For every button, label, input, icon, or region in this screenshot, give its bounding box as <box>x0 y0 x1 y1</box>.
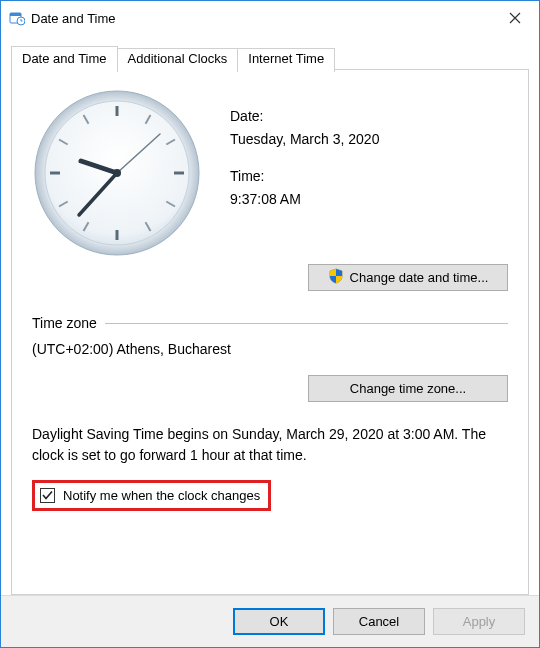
change-date-time-button[interactable]: Change date and time... <box>308 264 508 291</box>
date-label: Date: <box>230 106 508 127</box>
date-value: Tuesday, March 3, 2020 <box>230 129 508 150</box>
date-time-window: Date and Time Date and Time Additional C… <box>0 0 540 648</box>
svg-point-20 <box>113 169 121 177</box>
dst-info-text: Daylight Saving Time begins on Sunday, M… <box>32 424 508 466</box>
svg-rect-1 <box>10 13 21 16</box>
notify-checkbox[interactable] <box>40 488 55 503</box>
tab-internet-time[interactable]: Internet Time <box>237 48 335 72</box>
button-label: OK <box>270 614 289 629</box>
tab-label: Additional Clocks <box>128 51 228 66</box>
notify-clock-change-row[interactable]: Notify me when the clock changes <box>32 480 271 511</box>
datetime-app-icon <box>9 10 25 26</box>
timezone-value: (UTC+02:00) Athens, Bucharest <box>32 341 508 357</box>
analog-clock <box>32 88 202 258</box>
button-label: Change time zone... <box>350 381 466 396</box>
tab-date-and-time[interactable]: Date and Time <box>11 46 118 70</box>
time-value: 9:37:08 AM <box>230 189 508 210</box>
tab-additional-clocks[interactable]: Additional Clocks <box>117 48 239 72</box>
apply-button[interactable]: Apply <box>433 608 525 635</box>
tab-label: Date and Time <box>22 51 107 66</box>
timezone-section-label: Time zone <box>32 315 97 331</box>
client-area: Date and Time Additional Clocks Internet… <box>1 35 539 647</box>
window-title: Date and Time <box>31 11 116 26</box>
divider <box>105 323 508 324</box>
datetime-info: Date: Tuesday, March 3, 2020 Time: 9:37:… <box>230 88 508 258</box>
timezone-section-header: Time zone <box>32 315 508 331</box>
button-label: Apply <box>463 614 496 629</box>
change-timezone-button[interactable]: Change time zone... <box>308 375 508 402</box>
cancel-button[interactable]: Cancel <box>333 608 425 635</box>
tab-strip: Date and Time Additional Clocks Internet… <box>11 46 529 70</box>
button-label: Change date and time... <box>350 270 489 285</box>
button-label: Cancel <box>359 614 399 629</box>
dialog-button-bar: OK Cancel Apply <box>1 595 539 647</box>
tab-label: Internet Time <box>248 51 324 66</box>
notify-label: Notify me when the clock changes <box>63 488 260 503</box>
time-label: Time: <box>230 166 508 187</box>
tab-panel-date-and-time: Date: Tuesday, March 3, 2020 Time: 9:37:… <box>11 69 529 595</box>
uac-shield-icon <box>328 268 344 287</box>
titlebar: Date and Time <box>1 1 539 35</box>
ok-button[interactable]: OK <box>233 608 325 635</box>
close-button[interactable] <box>491 1 539 35</box>
